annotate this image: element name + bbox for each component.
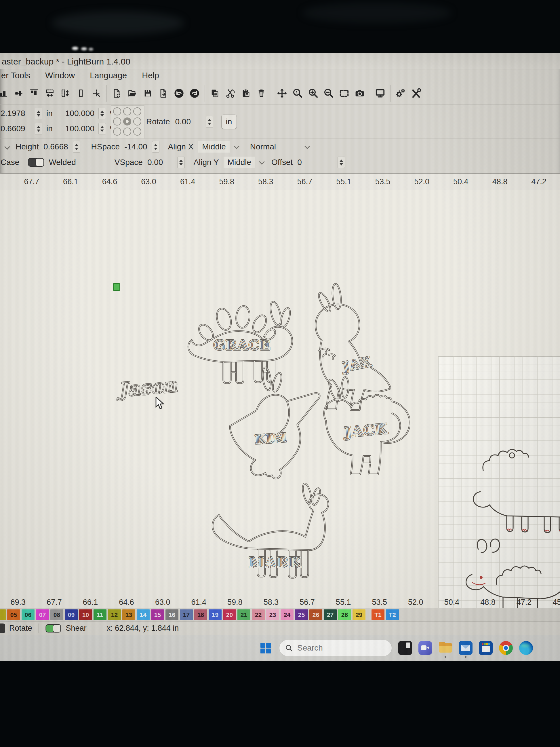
- edge-app-icon[interactable]: [519, 641, 533, 655]
- align-y-dropdown[interactable]: Middle: [223, 157, 255, 168]
- dino-jack[interactable]: JACK: [309, 373, 410, 494]
- zoom-in-button[interactable]: [305, 84, 321, 102]
- open-file-button[interactable]: [125, 84, 140, 102]
- mail-app-icon[interactable]: [459, 641, 473, 655]
- palette-swatch-08[interactable]: 08: [50, 610, 63, 620]
- anchor-point-grid[interactable]: [111, 105, 144, 139]
- device-tools-button[interactable]: [408, 84, 424, 102]
- text-object-jason[interactable]: Jason: [115, 371, 181, 406]
- text-height-field[interactable]: 0.6668: [44, 142, 68, 151]
- width-scale-spinner[interactable]: [99, 108, 106, 119]
- align-middle-button[interactable]: [11, 84, 26, 102]
- frame-selection-button[interactable]: [337, 84, 352, 102]
- palette-swatch-19[interactable]: 19: [209, 610, 221, 620]
- palette-swatch-T2[interactable]: T2: [386, 610, 399, 620]
- cut-button[interactable]: [223, 84, 238, 102]
- offset-field[interactable]: 0: [297, 158, 302, 167]
- height-spinner[interactable]: [35, 123, 42, 134]
- width-field[interactable]: 2.1978: [1, 109, 31, 118]
- rotate-toggle-partial[interactable]: [0, 623, 5, 633]
- hspace-spinner[interactable]: [152, 141, 159, 153]
- palette-swatch-18[interactable]: 18: [194, 610, 207, 620]
- width-spinner[interactable]: [35, 108, 42, 119]
- palette-swatch-09[interactable]: 09: [65, 610, 78, 620]
- menu-item[interactable]: Language: [90, 71, 127, 80]
- save-file-button[interactable]: [140, 84, 156, 102]
- new-file-button[interactable]: [109, 84, 125, 102]
- height-scale-field[interactable]: 100.000: [65, 124, 95, 133]
- paste-button[interactable]: [238, 84, 254, 102]
- dino-mark[interactable]: MARK: [206, 481, 338, 599]
- palette-swatch-14[interactable]: 14: [137, 610, 150, 620]
- shear-toggle[interactable]: [46, 624, 61, 633]
- vspace-spinner[interactable]: [177, 157, 185, 168]
- rotate-field[interactable]: 0.00: [175, 117, 195, 126]
- text-height-spinner[interactable]: [73, 141, 80, 153]
- style-chevron-icon[interactable]: [304, 143, 310, 149]
- palette-swatch-10[interactable]: 10: [79, 610, 92, 620]
- palette-swatch-20[interactable]: 20: [223, 610, 236, 620]
- font-dropdown-chevron-icon[interactable]: [4, 144, 10, 150]
- palette-swatch-17[interactable]: 17: [180, 610, 193, 620]
- zoom-out-button[interactable]: [321, 84, 337, 102]
- align-y-chevron-icon[interactable]: [259, 159, 265, 165]
- chat-app-icon[interactable]: [419, 641, 432, 655]
- align-x-chevron-icon[interactable]: [234, 143, 239, 149]
- delete-button[interactable]: [254, 84, 269, 102]
- palette-swatch-16[interactable]: 16: [165, 610, 179, 620]
- welded-toggle[interactable]: [28, 158, 44, 167]
- move-to-position-button[interactable]: [89, 84, 104, 102]
- chrome-app-icon[interactable]: [499, 641, 513, 655]
- palette-swatch-07[interactable]: 07: [36, 610, 49, 620]
- reference-image-panel[interactable]: [438, 356, 560, 609]
- align-top-button[interactable]: [26, 84, 42, 102]
- palette-swatch-06[interactable]: 06: [22, 610, 34, 620]
- import-file-button[interactable]: [156, 84, 171, 102]
- lightburn-app-icon[interactable]: [398, 641, 412, 655]
- unit-toggle-button[interactable]: in: [221, 114, 237, 129]
- dino-kim[interactable]: KIM: [214, 364, 324, 494]
- palette-swatch-26[interactable]: 26: [309, 610, 322, 620]
- align-x-dropdown[interactable]: Middle: [198, 141, 230, 153]
- menu-item[interactable]: er Tools: [1, 71, 30, 80]
- palette-swatch-partial[interactable]: [0, 610, 6, 620]
- store-app-icon[interactable]: [479, 641, 493, 655]
- palette-swatch-15[interactable]: 15: [151, 610, 164, 620]
- style-dropdown[interactable]: Normal: [250, 142, 296, 151]
- preview-monitor-button[interactable]: [372, 84, 388, 102]
- redo-button[interactable]: [187, 84, 202, 102]
- align-height-button[interactable]: [73, 84, 89, 102]
- height-field[interactable]: 0.6609: [1, 124, 31, 133]
- palette-swatch-28[interactable]: 28: [338, 610, 351, 620]
- palette-swatch-13[interactable]: 13: [122, 610, 135, 620]
- settings-button[interactable]: [393, 84, 408, 102]
- zoom-to-page-button[interactable]: [290, 84, 305, 102]
- menu-item[interactable]: Window: [45, 71, 75, 80]
- offset-spinner[interactable]: [338, 157, 345, 168]
- hspace-field[interactable]: -14.00: [124, 142, 147, 151]
- align-bottom-button[interactable]: [0, 84, 11, 102]
- palette-swatch-21[interactable]: 21: [237, 610, 250, 620]
- undo-button[interactable]: [171, 84, 187, 102]
- copy-button[interactable]: [207, 84, 223, 102]
- palette-swatch-05[interactable]: 05: [7, 610, 20, 620]
- distribute-width-button[interactable]: [42, 84, 58, 102]
- anchor-center-selected[interactable]: [123, 118, 131, 126]
- height-scale-spinner[interactable]: [99, 123, 106, 134]
- start-button[interactable]: [261, 643, 271, 653]
- search-input[interactable]: [297, 643, 378, 653]
- menu-item[interactable]: Help: [142, 71, 159, 80]
- palette-swatch-T1[interactable]: T1: [372, 610, 384, 620]
- palette-swatch-29[interactable]: 29: [352, 610, 366, 620]
- palette-swatch-23[interactable]: 23: [266, 610, 279, 620]
- distribute-height-button[interactable]: [58, 84, 73, 102]
- palette-swatch-27[interactable]: 27: [324, 610, 337, 620]
- palette-swatch-24[interactable]: 24: [281, 610, 294, 620]
- palette-swatch-12[interactable]: 12: [108, 610, 121, 620]
- pan-button[interactable]: [274, 84, 290, 102]
- palette-swatch-25[interactable]: 25: [295, 610, 308, 620]
- rotate-spinner[interactable]: [206, 116, 213, 128]
- palette-swatch-22[interactable]: 22: [252, 610, 265, 620]
- taskbar-search[interactable]: [279, 640, 392, 656]
- camera-capture-button[interactable]: [352, 84, 368, 102]
